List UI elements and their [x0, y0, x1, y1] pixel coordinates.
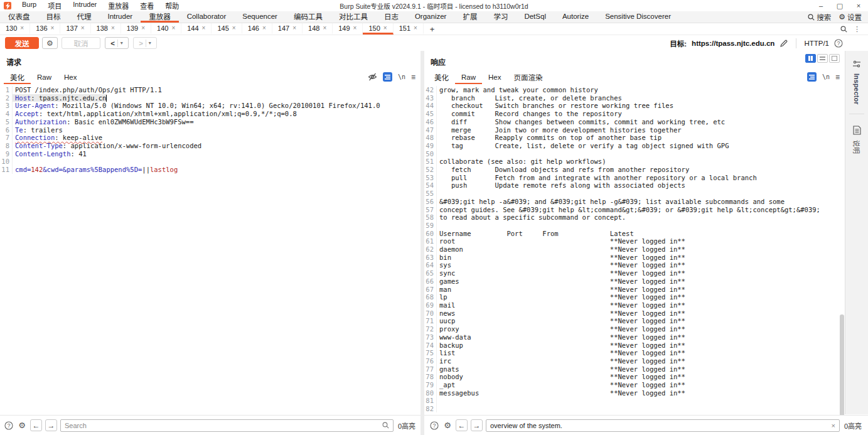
repeater-tab[interactable]: 150× [363, 23, 393, 35]
editor-subtab[interactable]: Hex [482, 71, 507, 84]
repeater-tab[interactable]: 130× [0, 23, 30, 35]
newline-toggle-icon[interactable]: \n [398, 73, 405, 80]
close-button[interactable]: × [849, 0, 868, 11]
editor-subtab[interactable]: 页面渲染 [507, 71, 549, 84]
repeater-tab[interactable]: 139× [121, 23, 151, 35]
cancel-button[interactable]: 取消 [62, 37, 100, 49]
close-tab-icon[interactable]: × [232, 24, 236, 31]
editor-subtab[interactable]: Raw [31, 71, 58, 84]
main-tab[interactable]: Organizer [407, 11, 455, 23]
main-tab[interactable]: Autorize [554, 11, 597, 23]
layout-rows-button[interactable] [817, 54, 828, 63]
prev-match-button[interactable]: ← [456, 419, 468, 431]
global-search-button[interactable]: 搜索 [808, 12, 831, 22]
close-tab-icon[interactable]: × [383, 24, 387, 31]
editor-menu-icon[interactable]: ≡ [835, 73, 840, 82]
main-tab[interactable]: 对比工具 [331, 11, 376, 23]
repeater-tab[interactable]: 147× [272, 23, 303, 35]
back-history-button[interactable]: < ▾ [105, 37, 129, 49]
search-settings-gear-icon[interactable]: ⚙ [17, 421, 27, 431]
menu-item[interactable]: Intruder [67, 1, 102, 11]
add-repeater-tab-button[interactable]: + [424, 23, 441, 35]
close-tab-icon[interactable]: × [141, 24, 145, 31]
layout-single-button[interactable] [829, 54, 840, 63]
menu-item[interactable]: 项目 [42, 1, 67, 11]
close-tab-icon[interactable]: × [414, 24, 417, 31]
response-search-input[interactable] [490, 422, 827, 429]
newline-toggle-icon[interactable]: \n [822, 73, 830, 80]
tab-notes[interactable]: 说明 [845, 117, 868, 160]
editor-menu-icon[interactable]: ≡ [411, 73, 415, 82]
repeater-tab[interactable]: 136× [30, 23, 60, 35]
repeater-tab[interactable]: 148× [303, 23, 333, 35]
repeater-tab[interactable]: 138× [91, 23, 121, 35]
maximize-button[interactable]: ▢ [830, 0, 849, 11]
close-tab-icon[interactable]: × [292, 24, 296, 31]
chevron-down-icon[interactable]: ▾ [117, 40, 123, 47]
main-tab[interactable]: 重放器 [141, 11, 179, 23]
repeater-tab[interactable]: 151× [394, 23, 424, 35]
repeater-tab[interactable]: 140× [151, 23, 181, 35]
next-match-button[interactable]: → [45, 419, 57, 431]
main-tab[interactable]: 代理 [69, 11, 100, 23]
request-search-input[interactable] [65, 422, 378, 429]
close-tab-icon[interactable]: × [202, 24, 206, 31]
main-tab[interactable]: 扩展 [454, 11, 485, 23]
repeater-tab[interactable]: 137× [60, 23, 90, 35]
repeater-tab[interactable]: 145× [212, 23, 242, 35]
menu-item[interactable]: Burp [16, 1, 42, 11]
main-tab[interactable]: 学习 [485, 11, 516, 23]
close-tab-icon[interactable]: × [81, 24, 85, 31]
send-settings-button[interactable]: ⚙ [42, 37, 58, 49]
editor-subtab[interactable]: 美化 [4, 71, 31, 84]
repeater-tab[interactable]: 146× [242, 23, 272, 35]
close-tab-icon[interactable]: × [171, 24, 175, 31]
menu-item[interactable]: 帮助 [159, 1, 185, 11]
eye-hidden-icon[interactable] [368, 73, 377, 81]
clear-search-icon[interactable]: × [831, 422, 835, 429]
main-tab[interactable]: DetSql [516, 11, 554, 23]
main-tab[interactable]: Sequencer [234, 11, 286, 23]
layout-columns-button[interactable] [805, 54, 816, 63]
close-tab-icon[interactable]: × [262, 24, 266, 31]
close-tab-icon[interactable]: × [111, 24, 115, 31]
main-tab[interactable]: Sensitive Discoverer [597, 11, 679, 23]
pretty-print-icon[interactable] [807, 72, 817, 82]
send-button[interactable]: 发送 [5, 37, 39, 49]
edit-pencil-icon[interactable] [780, 39, 788, 48]
editor-subtab[interactable]: 美化 [428, 71, 455, 84]
help-icon[interactable]: ? [4, 421, 14, 431]
tab-inspector[interactable]: Inspector [845, 51, 868, 111]
minimize-button[interactable]: – [812, 0, 830, 11]
prev-match-button[interactable]: ← [30, 419, 42, 431]
global-settings-button[interactable]: ⚙ 设置 [839, 12, 862, 22]
response-editor[interactable]: 42grow, mark and tweak your common histo… [424, 86, 845, 412]
menu-item[interactable]: 重放器 [102, 1, 134, 11]
main-tab[interactable]: 日志 [376, 11, 407, 23]
request-editor[interactable]: 1POST /index.php/auth/Ops/git HTTP/1.12H… [0, 86, 421, 412]
editor-subtab[interactable]: Hex [58, 71, 83, 84]
close-tab-icon[interactable]: × [323, 24, 326, 31]
help-icon[interactable]: ? [429, 421, 439, 431]
chevron-down-icon[interactable]: ▾ [146, 40, 151, 47]
repeater-tab[interactable]: 149× [333, 23, 363, 35]
repeater-tab[interactable]: 144× [181, 23, 212, 35]
http-version-label[interactable]: HTTP/1 [804, 40, 829, 47]
main-tab[interactable]: 仪表盘 [0, 11, 38, 23]
more-options-icon[interactable]: ⋮ [854, 25, 860, 33]
pretty-print-icon[interactable] [383, 72, 392, 82]
menu-item[interactable]: 查看 [134, 1, 159, 11]
main-tab[interactable]: 编码工具 [286, 11, 331, 23]
forward-history-button[interactable]: > ▾ [133, 37, 157, 49]
close-tab-icon[interactable]: × [51, 24, 55, 31]
close-tab-icon[interactable]: × [353, 24, 357, 31]
main-tab[interactable]: 目标 [38, 11, 69, 23]
search-icon[interactable] [840, 26, 847, 33]
search-settings-gear-icon[interactable]: ⚙ [442, 421, 453, 431]
main-tab[interactable]: Intruder [100, 11, 141, 23]
main-tab[interactable]: Collaborator [179, 11, 235, 23]
editor-subtab[interactable]: Raw [455, 71, 482, 84]
help-icon[interactable]: ? [834, 39, 843, 48]
next-match-button[interactable]: → [471, 419, 483, 431]
close-tab-icon[interactable]: × [20, 24, 24, 31]
